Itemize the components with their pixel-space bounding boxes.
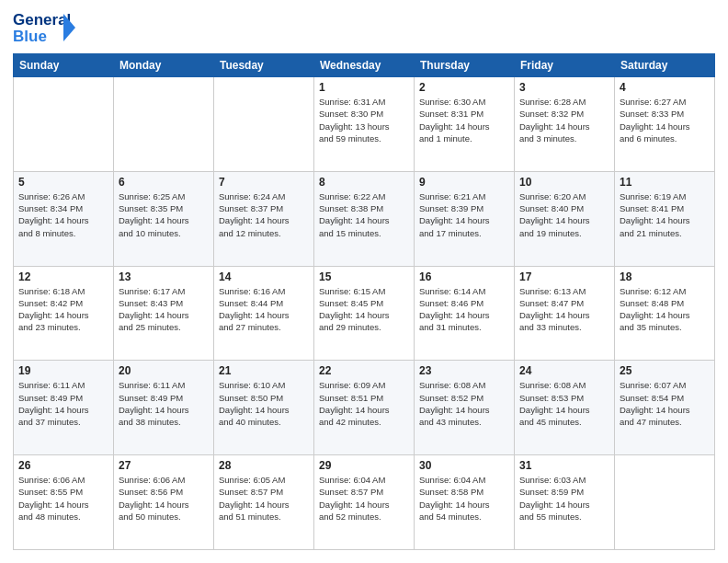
day-cell: 7Sunrise: 6:24 AM Sunset: 8:37 PM Daylig… (214, 171, 314, 266)
day-info: Sunrise: 6:18 AM Sunset: 8:42 PM Dayligh… (18, 285, 108, 334)
day-info: Sunrise: 6:30 AM Sunset: 8:31 PM Dayligh… (419, 96, 509, 144)
day-cell (214, 77, 314, 172)
day-info: Sunrise: 6:04 AM Sunset: 8:57 PM Dayligh… (319, 474, 409, 523)
logo-svg: GeneralBlue (13, 9, 77, 46)
day-number: 11 (620, 176, 710, 189)
day-number: 27 (119, 459, 209, 472)
week-row-5: 26Sunrise: 6:06 AM Sunset: 8:55 PM Dayli… (14, 455, 715, 550)
day-cell: 6Sunrise: 6:25 AM Sunset: 8:35 PM Daylig… (114, 171, 214, 266)
day-cell: 8Sunrise: 6:22 AM Sunset: 8:38 PM Daylig… (314, 171, 415, 266)
day-number: 2 (419, 81, 509, 94)
day-cell: 15Sunrise: 6:15 AM Sunset: 8:45 PM Dayli… (314, 266, 415, 361)
day-info: Sunrise: 6:10 AM Sunset: 8:50 PM Dayligh… (219, 379, 309, 428)
day-info: Sunrise: 6:19 AM Sunset: 8:41 PM Dayligh… (620, 190, 710, 239)
day-number: 6 (119, 176, 209, 189)
day-cell: 14Sunrise: 6:16 AM Sunset: 8:44 PM Dayli… (214, 266, 314, 361)
day-number: 15 (319, 270, 409, 283)
day-cell: 5Sunrise: 6:26 AM Sunset: 8:34 PM Daylig… (14, 171, 114, 266)
col-header-monday: Monday (114, 54, 214, 77)
day-info: Sunrise: 6:04 AM Sunset: 8:58 PM Dayligh… (419, 474, 509, 523)
day-info: Sunrise: 6:08 AM Sunset: 8:53 PM Dayligh… (519, 379, 609, 428)
day-cell: 4Sunrise: 6:27 AM Sunset: 8:33 PM Daylig… (615, 77, 715, 172)
day-info: Sunrise: 6:12 AM Sunset: 8:48 PM Dayligh… (620, 285, 710, 334)
header: GeneralBlue (13, 9, 715, 46)
day-cell: 16Sunrise: 6:14 AM Sunset: 8:46 PM Dayli… (415, 266, 515, 361)
day-cell: 20Sunrise: 6:11 AM Sunset: 8:49 PM Dayli… (114, 361, 214, 455)
day-cell: 11Sunrise: 6:19 AM Sunset: 8:41 PM Dayli… (615, 171, 715, 266)
day-number: 19 (18, 364, 108, 377)
week-row-4: 19Sunrise: 6:11 AM Sunset: 8:49 PM Dayli… (14, 361, 715, 455)
day-number: 22 (319, 364, 409, 377)
day-info: Sunrise: 6:06 AM Sunset: 8:56 PM Dayligh… (119, 474, 209, 523)
day-info: Sunrise: 6:13 AM Sunset: 8:47 PM Dayligh… (519, 285, 609, 334)
day-cell: 12Sunrise: 6:18 AM Sunset: 8:42 PM Dayli… (14, 266, 114, 361)
day-cell (14, 77, 114, 172)
header-row: SundayMondayTuesdayWednesdayThursdayFrid… (14, 54, 715, 77)
day-cell: 23Sunrise: 6:08 AM Sunset: 8:52 PM Dayli… (415, 361, 515, 455)
day-number: 25 (620, 364, 710, 377)
day-number: 3 (519, 81, 609, 94)
day-info: Sunrise: 6:15 AM Sunset: 8:45 PM Dayligh… (319, 285, 409, 334)
day-info: Sunrise: 6:24 AM Sunset: 8:37 PM Dayligh… (219, 190, 309, 239)
col-header-tuesday: Tuesday (214, 54, 314, 77)
col-header-sunday: Sunday (14, 54, 114, 77)
day-cell (114, 77, 214, 172)
week-row-2: 5Sunrise: 6:26 AM Sunset: 8:34 PM Daylig… (14, 171, 715, 266)
svg-text:General: General (13, 11, 71, 29)
week-row-1: 1Sunrise: 6:31 AM Sunset: 8:30 PM Daylig… (14, 77, 715, 172)
day-info: Sunrise: 6:14 AM Sunset: 8:46 PM Dayligh… (419, 285, 509, 334)
day-info: Sunrise: 6:07 AM Sunset: 8:54 PM Dayligh… (620, 379, 710, 428)
day-info: Sunrise: 6:16 AM Sunset: 8:44 PM Dayligh… (219, 285, 309, 334)
day-cell: 19Sunrise: 6:11 AM Sunset: 8:49 PM Dayli… (14, 361, 114, 455)
day-cell: 21Sunrise: 6:10 AM Sunset: 8:50 PM Dayli… (214, 361, 314, 455)
day-info: Sunrise: 6:25 AM Sunset: 8:35 PM Dayligh… (119, 190, 209, 239)
day-number: 31 (519, 459, 609, 472)
day-info: Sunrise: 6:26 AM Sunset: 8:34 PM Dayligh… (18, 190, 108, 239)
day-cell: 18Sunrise: 6:12 AM Sunset: 8:48 PM Dayli… (615, 266, 715, 361)
day-cell: 29Sunrise: 6:04 AM Sunset: 8:57 PM Dayli… (314, 455, 415, 550)
day-info: Sunrise: 6:22 AM Sunset: 8:38 PM Dayligh… (319, 190, 409, 239)
day-info: Sunrise: 6:20 AM Sunset: 8:40 PM Dayligh… (519, 190, 609, 239)
day-number: 12 (18, 270, 108, 283)
day-number: 23 (419, 364, 509, 377)
col-header-wednesday: Wednesday (314, 54, 415, 77)
day-info: Sunrise: 6:08 AM Sunset: 8:52 PM Dayligh… (419, 379, 509, 428)
day-number: 16 (419, 270, 509, 283)
day-number: 21 (219, 364, 309, 377)
day-number: 30 (419, 459, 509, 472)
day-cell: 3Sunrise: 6:28 AM Sunset: 8:32 PM Daylig… (515, 77, 615, 172)
day-number: 13 (119, 270, 209, 283)
day-info: Sunrise: 6:17 AM Sunset: 8:43 PM Dayligh… (119, 285, 209, 334)
day-number: 7 (219, 176, 309, 189)
day-cell: 27Sunrise: 6:06 AM Sunset: 8:56 PM Dayli… (114, 455, 214, 550)
day-number: 8 (319, 176, 409, 189)
day-info: Sunrise: 6:03 AM Sunset: 8:59 PM Dayligh… (519, 474, 609, 523)
day-number: 17 (519, 270, 609, 283)
col-header-thursday: Thursday (415, 54, 515, 77)
day-cell: 17Sunrise: 6:13 AM Sunset: 8:47 PM Dayli… (515, 266, 615, 361)
logo: GeneralBlue (13, 9, 77, 46)
day-number: 20 (119, 364, 209, 377)
day-info: Sunrise: 6:31 AM Sunset: 8:30 PM Dayligh… (319, 96, 409, 144)
page: GeneralBlue SundayMondayTuesdayWednesday… (0, 0, 728, 563)
day-info: Sunrise: 6:06 AM Sunset: 8:55 PM Dayligh… (18, 474, 108, 523)
day-cell: 24Sunrise: 6:08 AM Sunset: 8:53 PM Dayli… (515, 361, 615, 455)
day-info: Sunrise: 6:11 AM Sunset: 8:49 PM Dayligh… (119, 379, 209, 428)
day-cell (615, 455, 715, 550)
week-row-3: 12Sunrise: 6:18 AM Sunset: 8:42 PM Dayli… (14, 266, 715, 361)
day-number: 14 (219, 270, 309, 283)
day-cell: 22Sunrise: 6:09 AM Sunset: 8:51 PM Dayli… (314, 361, 415, 455)
col-header-saturday: Saturday (615, 54, 715, 77)
day-cell: 10Sunrise: 6:20 AM Sunset: 8:40 PM Dayli… (515, 171, 615, 266)
day-number: 24 (519, 364, 609, 377)
day-cell: 30Sunrise: 6:04 AM Sunset: 8:58 PM Dayli… (415, 455, 515, 550)
day-cell: 1Sunrise: 6:31 AM Sunset: 8:30 PM Daylig… (314, 77, 415, 172)
day-number: 4 (620, 81, 710, 94)
svg-text:Blue: Blue (13, 28, 47, 45)
day-info: Sunrise: 6:28 AM Sunset: 8:32 PM Dayligh… (519, 96, 609, 144)
day-number: 26 (18, 459, 108, 472)
day-cell: 2Sunrise: 6:30 AM Sunset: 8:31 PM Daylig… (415, 77, 515, 172)
day-number: 9 (419, 176, 509, 189)
day-number: 5 (18, 176, 108, 189)
day-info: Sunrise: 6:27 AM Sunset: 8:33 PM Dayligh… (620, 96, 710, 144)
